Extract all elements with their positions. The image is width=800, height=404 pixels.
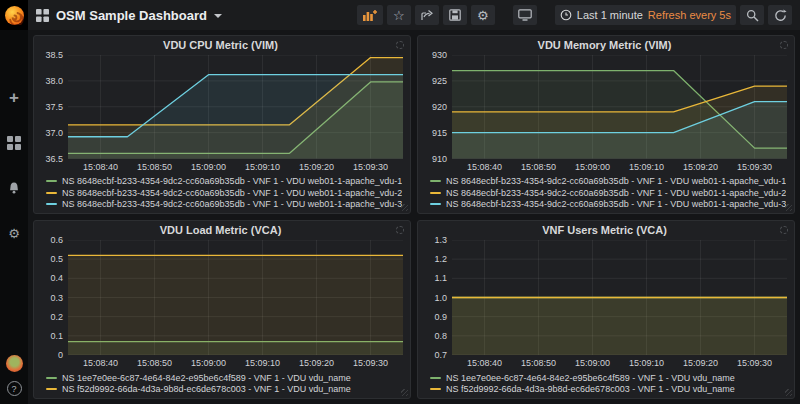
series-color-dash-icon (46, 388, 57, 390)
panel-resize-handle[interactable] (785, 204, 792, 211)
y-tick-label: 915 (432, 128, 447, 138)
gear-icon: ⚙ (477, 9, 489, 22)
x-tick-label: 15:09:20 (683, 358, 718, 368)
legend-item[interactable]: NS 8648ecbf-b233-4354-9dc2-cc60a69b35db … (46, 187, 403, 199)
refresh-button[interactable] (768, 5, 792, 25)
plot-area: 0.70.80.91.01.11.21.3 15:08:4015:08:5015… (422, 240, 787, 370)
series-color-dash-icon (46, 192, 57, 194)
sidebar-item-dashboards[interactable] (4, 133, 24, 153)
x-tick-label: 15:09:00 (191, 162, 226, 172)
panel-loading-spinner-icon (396, 226, 404, 234)
legend-item[interactable]: NS 1ee7e0ee-6c87-4e64-84e2-e95be6c4f589 … (46, 372, 403, 384)
y-tick-label: 37.0 (45, 128, 63, 138)
dashboard-grid: VDU CPU Metric (VIM) 36.537.037.538.038.… (28, 30, 800, 404)
series-name: NS 1ee7e0ee-6c87-4e64-84e2-e95be6c4f589 … (446, 373, 735, 383)
grafana-logo[interactable] (0, 0, 28, 30)
add-panel-button[interactable] (357, 5, 383, 25)
series-color-dash-icon (430, 388, 441, 390)
search-button[interactable] (740, 5, 764, 25)
x-tick-label: 15:08:40 (467, 358, 502, 368)
legend-item[interactable]: NS f52d9992-66da-4d3a-9b8d-ec6de678c003 … (430, 384, 787, 396)
grafana-logo-icon (5, 6, 24, 25)
legend-item[interactable]: NS 8648ecbf-b233-4354-9dc2-cc60a69b35db … (46, 199, 403, 211)
sidebar-nav: + ⚙ (4, 88, 24, 243)
chart-canvas[interactable] (452, 240, 787, 355)
series-color-dash-icon (430, 192, 441, 194)
panel-title[interactable]: VDU Memory Metric (VIM) (422, 39, 787, 55)
chart (452, 55, 787, 159)
dashboard-title-group[interactable]: OSM Sample Dashboard (36, 8, 222, 23)
chart-canvas[interactable] (68, 240, 403, 355)
panel-resize-handle[interactable] (401, 204, 408, 211)
chart (452, 240, 787, 355)
share-button[interactable] (415, 5, 439, 25)
monitor-icon (518, 9, 532, 21)
y-axis: 36.537.037.538.038.5 (38, 55, 68, 159)
save-icon (449, 9, 461, 21)
x-axis: 15:08:4015:08:5015:09:0015:09:1015:09:20… (68, 159, 403, 174)
series-color-dash-icon (430, 377, 441, 379)
panel-vdu-memory-metric: VDU Memory Metric (VIM) 910915920925930 … (417, 35, 795, 214)
panel-title[interactable]: VNF Users Metric (VCA) (422, 224, 787, 240)
star-icon: ☆ (393, 9, 405, 22)
sidebar-item-create[interactable]: + (4, 88, 24, 108)
save-button[interactable] (443, 5, 467, 25)
y-tick-label: 0.1 (50, 331, 63, 341)
panel-resize-handle[interactable] (785, 389, 792, 396)
x-axis: 15:08:4015:08:5015:09:0015:09:1015:09:20… (452, 159, 787, 174)
y-tick-label: 1.1 (434, 273, 447, 283)
legend-item[interactable]: NS 8648ecbf-b233-4354-9dc2-cc60a69b35db … (46, 176, 403, 188)
legend-item[interactable]: NS 8648ecbf-b233-4354-9dc2-cc60a69b35db … (430, 176, 787, 188)
tv-mode-button[interactable] (513, 5, 537, 25)
series-color-dash-icon (46, 203, 57, 205)
series-name: NS 8648ecbf-b233-4354-9dc2-cc60a69b35db … (62, 176, 402, 186)
y-tick-label: 0.3 (50, 293, 63, 303)
x-tick-label: 15:08:50 (137, 162, 172, 172)
legend-item[interactable]: NS 1ee7e0ee-6c87-4e64-84e2-e95be6c4f589 … (430, 372, 787, 384)
y-tick-label: 925 (432, 76, 447, 86)
panel-resize-handle[interactable] (401, 389, 408, 396)
y-axis: 910915920925930 (422, 55, 452, 159)
x-tick-label: 15:09:00 (191, 358, 226, 368)
user-avatar[interactable] (6, 355, 23, 372)
navbar-actions: ☆ ⚙ (357, 5, 792, 25)
sidebar-item-alerting[interactable] (4, 178, 24, 198)
legend-item[interactable]: NS f52d9992-66da-4d3a-9b8d-ec6de678c003 … (46, 384, 403, 396)
series-name: NS 8648ecbf-b233-4354-9dc2-cc60a69b35db … (446, 176, 786, 186)
y-tick-label: 0.2 (50, 312, 63, 322)
legend: NS 1ee7e0ee-6c87-4e64-84e2-e95be6c4f589 … (38, 370, 403, 395)
x-tick-label: 15:08:50 (521, 162, 556, 172)
y-tick-label: 1.3 (434, 235, 447, 245)
plot-area: 36.537.037.538.038.5 15:08:4015:08:5015:… (38, 55, 403, 174)
panel-vdu-load-metric: VDU Load Metric (VCA) 00.10.20.30.40.50.… (33, 220, 411, 399)
series-color-dash-icon (46, 180, 57, 182)
panel-settings-button[interactable]: ⚙ (471, 5, 495, 25)
legend-item[interactable]: NS 8648ecbf-b233-4354-9dc2-cc60a69b35db … (430, 199, 787, 211)
x-tick-label: 15:09:30 (737, 358, 772, 368)
x-tick-label: 15:09:10 (629, 162, 664, 172)
y-tick-label: 0.4 (50, 273, 63, 283)
sidebar-item-configuration[interactable]: ⚙ (4, 223, 24, 243)
legend-item[interactable]: NS 8648ecbf-b233-4354-9dc2-cc60a69b35db … (430, 187, 787, 199)
x-tick-label: 15:09:20 (683, 162, 718, 172)
legend: NS 8648ecbf-b233-4354-9dc2-cc60a69b35db … (38, 174, 403, 211)
y-tick-label: 37.5 (45, 102, 63, 112)
top-navbar: OSM Sample Dashboard ☆ (28, 0, 800, 30)
y-axis: 0.70.80.91.01.11.21.3 (422, 240, 452, 355)
star-button[interactable]: ☆ (387, 5, 411, 25)
help-icon[interactable]: ? (7, 381, 22, 396)
sidebar-bottom: ? (6, 355, 23, 396)
x-tick-label: 15:08:40 (467, 162, 502, 172)
dashboard-title: OSM Sample Dashboard (56, 8, 207, 23)
y-tick-label: 0.7 (434, 350, 447, 360)
panel-title[interactable]: VDU Load Metric (VCA) (38, 224, 403, 240)
clock-icon (560, 9, 572, 21)
panel-title[interactable]: VDU CPU Metric (VIM) (38, 39, 403, 55)
refresh-icon (774, 9, 787, 22)
time-picker-button[interactable]: Last 1 minute Refresh every 5s (555, 5, 736, 25)
gear-icon: ⚙ (8, 227, 20, 240)
chart-canvas[interactable] (452, 55, 787, 159)
four-squares-icon (7, 136, 21, 150)
chart-canvas[interactable] (68, 55, 403, 159)
panel-loading-spinner-icon (780, 226, 788, 234)
